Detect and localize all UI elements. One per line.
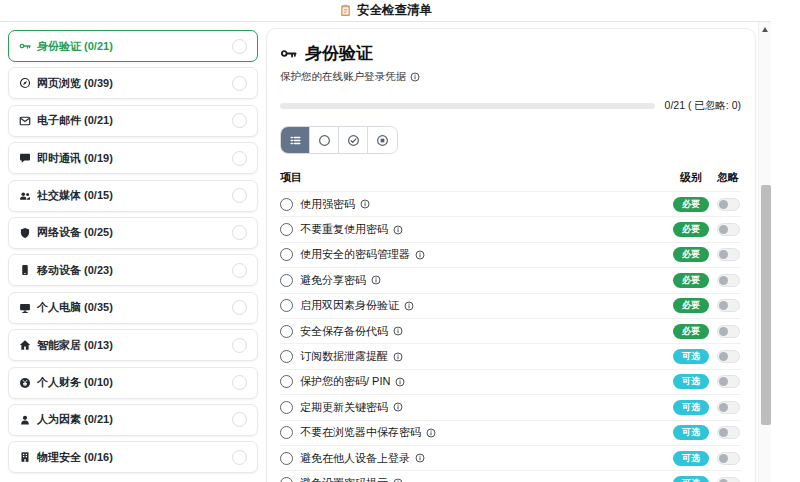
item-label: 避免在他人设备上登录 <box>300 451 410 466</box>
sidebar-item-radio[interactable] <box>232 375 247 390</box>
sidebar-item-email[interactable]: 电子邮件 (0/21) <box>8 105 258 137</box>
info-icon[interactable] <box>393 352 403 362</box>
sidebar-item-messaging[interactable]: 即时通讯 (0/19) <box>8 142 258 174</box>
sidebar-item-label: 社交媒体 (0/15) <box>37 188 113 203</box>
sidebar-item-personal-finance[interactable]: 个人财务 (0/10) <box>8 367 258 399</box>
info-icon[interactable] <box>360 199 370 209</box>
info-icon[interactable] <box>426 428 436 438</box>
sidebar-item-network-devices[interactable]: 网络设备 (0/25) <box>8 217 258 249</box>
info-icon[interactable] <box>404 301 414 311</box>
sidebar-item-identity[interactable]: 身份验证 (0/21) <box>8 30 258 62</box>
scroll-up-button[interactable] <box>762 27 768 32</box>
item-checkbox[interactable] <box>280 299 293 312</box>
home-icon <box>19 339 31 351</box>
info-icon[interactable] <box>393 326 403 336</box>
item-checkbox[interactable] <box>280 198 293 211</box>
item-checkbox[interactable] <box>280 375 293 388</box>
ignore-toggle-cell <box>715 350 741 363</box>
item-label: 不要重复使用密码 <box>300 222 388 237</box>
item-label: 定期更新关键密码 <box>300 400 388 415</box>
sidebar-item-smart-home[interactable]: 智能家居 (0/13) <box>8 329 258 361</box>
users-icon <box>19 190 31 202</box>
level-badge: 必要 <box>673 222 709 237</box>
sidebar-item-social-media[interactable]: 社交媒体 (0/15) <box>8 180 258 212</box>
sidebar-item-radio[interactable] <box>232 300 247 315</box>
item-checkbox[interactable] <box>280 452 293 465</box>
sidebar-item-physical-security[interactable]: 物理安全 (0/16) <box>8 441 258 473</box>
ignore-toggle-cell <box>715 248 741 261</box>
sidebar-item-radio[interactable] <box>232 113 247 128</box>
ignore-toggle-cell <box>715 401 741 414</box>
ignore-toggle[interactable] <box>717 198 740 211</box>
item-checkbox[interactable] <box>280 401 293 414</box>
item-checkbox[interactable] <box>280 223 293 236</box>
key-icon <box>280 45 297 62</box>
toggle-knob <box>719 377 728 386</box>
filter-done-button[interactable] <box>339 127 368 153</box>
info-icon[interactable] <box>395 377 405 387</box>
toggle-knob <box>719 250 728 259</box>
sidebar-item-radio[interactable] <box>232 263 247 278</box>
ignore-toggle[interactable] <box>717 299 740 312</box>
sidebar-item-radio[interactable] <box>232 450 247 465</box>
filter-ignored-button[interactable] <box>368 127 397 153</box>
checklist-row: 安全保存备份代码 必要 <box>280 318 741 343</box>
scrollbar-thumb[interactable] <box>761 185 771 425</box>
item-checkbox[interactable] <box>280 248 293 261</box>
info-icon[interactable] <box>415 453 425 463</box>
item-checkbox[interactable] <box>280 477 293 482</box>
ignore-circle-icon <box>376 134 389 147</box>
level-badge: 可选 <box>673 349 709 364</box>
item-checkbox[interactable] <box>280 426 293 439</box>
sidebar-item-label: 电子邮件 (0/21) <box>37 113 113 128</box>
ignore-toggle-cell <box>715 198 741 211</box>
sidebar-item-radio[interactable] <box>232 412 247 427</box>
filter-group <box>280 126 398 154</box>
ignore-toggle[interactable] <box>717 426 740 439</box>
section-title: 身份验证 <box>305 42 373 65</box>
info-icon[interactable] <box>410 72 420 82</box>
ignore-toggle[interactable] <box>717 401 740 414</box>
checklist-row: 定期更新关键密码 可选 <box>280 394 741 419</box>
ignore-toggle-cell <box>715 426 741 439</box>
item-checkbox[interactable] <box>280 325 293 338</box>
filter-all-button[interactable] <box>281 127 310 153</box>
sidebar-item-label: 网页浏览 (0/39) <box>37 76 113 91</box>
ignore-toggle[interactable] <box>717 452 740 465</box>
sidebar-item-web-browsing[interactable]: 网页浏览 (0/39) <box>8 67 258 99</box>
sidebar-item-radio[interactable] <box>232 39 247 54</box>
sidebar-item-label: 人为因素 (0/21) <box>37 412 113 427</box>
level-badge: 必要 <box>673 273 709 288</box>
sidebar-item-personal-computer[interactable]: 个人电脑 (0/35) <box>8 292 258 324</box>
ignore-toggle[interactable] <box>717 248 740 261</box>
ignore-toggle[interactable] <box>717 274 740 287</box>
sidebar-item-radio[interactable] <box>232 76 247 91</box>
checklist-row: 避免分享密码 必要 <box>280 267 741 292</box>
info-icon[interactable] <box>371 275 381 285</box>
sidebar-item-radio[interactable] <box>232 225 247 240</box>
info-icon[interactable] <box>393 478 403 482</box>
info-icon[interactable] <box>393 225 403 235</box>
ignore-toggle[interactable] <box>717 375 740 388</box>
ignore-toggle[interactable] <box>717 223 740 236</box>
info-icon[interactable] <box>393 402 403 412</box>
filter-todo-button[interactable] <box>310 127 339 153</box>
ignore-toggle-cell <box>715 375 741 388</box>
ignore-toggle-cell <box>715 274 741 287</box>
sidebar-item-radio[interactable] <box>232 188 247 203</box>
ignore-toggle[interactable] <box>717 477 740 482</box>
item-checkbox[interactable] <box>280 350 293 363</box>
coins-icon <box>19 377 31 389</box>
ignore-toggle-cell <box>715 325 741 338</box>
ignore-toggle[interactable] <box>717 350 740 363</box>
item-checkbox[interactable] <box>280 274 293 287</box>
toggle-knob <box>719 276 728 285</box>
sidebar-item-radio[interactable] <box>232 338 247 353</box>
sidebar-item-label: 网络设备 (0/25) <box>37 225 113 240</box>
sidebar-item-radio[interactable] <box>232 151 247 166</box>
sidebar-item-mobile-devices[interactable]: 移动设备 (0/23) <box>8 254 258 286</box>
ignore-toggle[interactable] <box>717 325 740 338</box>
info-icon[interactable] <box>415 250 425 260</box>
scrollbar[interactable] <box>758 22 771 482</box>
sidebar-item-human-factors[interactable]: 人为因素 (0/21) <box>8 404 258 436</box>
